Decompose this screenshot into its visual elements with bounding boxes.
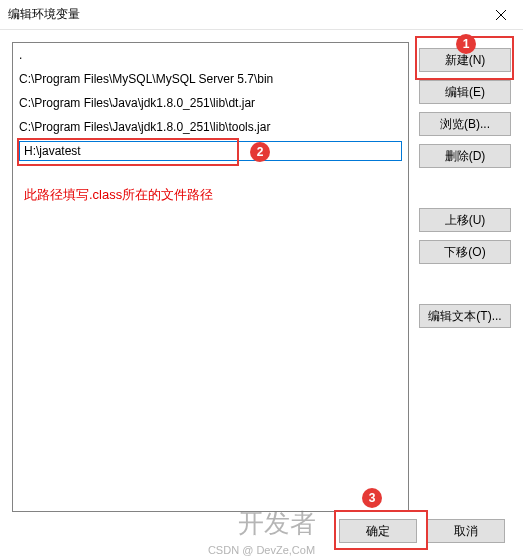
path-list[interactable]: . C:\Program Files\MySQL\MySQL Server 5.…: [12, 42, 409, 512]
hint-text: 此路径填写.class所在的文件路径: [18, 178, 219, 212]
delete-button[interactable]: 删除(D): [419, 144, 511, 168]
ok-button[interactable]: 确定: [339, 519, 417, 543]
annotation-marker-1: 1: [456, 34, 476, 54]
titlebar: 编辑环境变量: [0, 0, 523, 30]
annotation-marker-3: 3: [362, 488, 382, 508]
dialog-title: 编辑环境变量: [8, 6, 80, 23]
cancel-button[interactable]: 取消: [427, 519, 505, 543]
close-button[interactable]: [478, 0, 523, 30]
edit-button[interactable]: 编辑(E): [419, 80, 511, 104]
browse-button[interactable]: 浏览(B)...: [419, 112, 511, 136]
button-column: 新建(N) 编辑(E) 浏览(B)... 删除(D) 上移(U) 下移(O) 编…: [419, 42, 511, 547]
list-item[interactable]: C:\Program Files\MySQL\MySQL Server 5.7\…: [13, 67, 408, 91]
bottom-buttons: 确定 取消: [339, 519, 505, 543]
editing-input[interactable]: [19, 141, 402, 161]
list-item[interactable]: C:\Program Files\Java\jdk1.8.0_251\lib\t…: [13, 115, 408, 139]
dialog-body: . C:\Program Files\MySQL\MySQL Server 5.…: [0, 30, 523, 559]
movedown-button[interactable]: 下移(O): [419, 240, 511, 264]
moveup-button[interactable]: 上移(U): [419, 208, 511, 232]
list-item[interactable]: C:\Program Files\Java\jdk1.8.0_251\lib\d…: [13, 91, 408, 115]
close-icon: [496, 10, 506, 20]
edittext-button[interactable]: 编辑文本(T)...: [419, 304, 511, 328]
list-item[interactable]: .: [13, 43, 408, 67]
annotation-marker-2: 2: [250, 142, 270, 162]
